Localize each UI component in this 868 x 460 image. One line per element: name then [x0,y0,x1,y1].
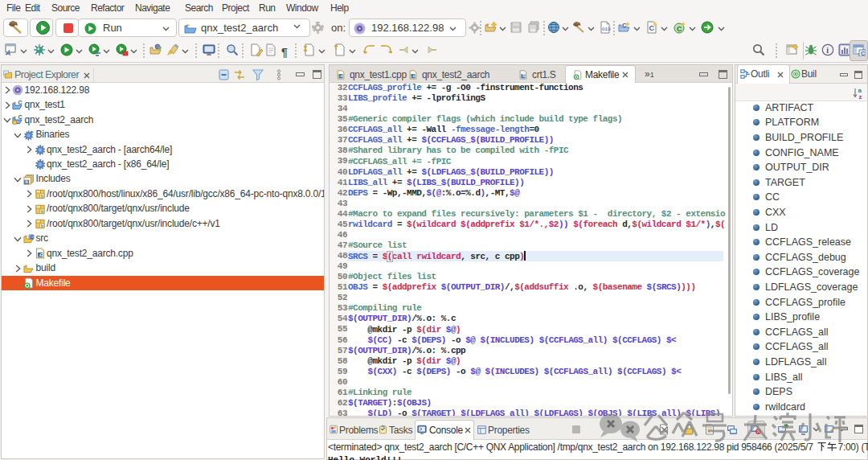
svg-text:C: C [649,24,655,32]
svg-text:.c: .c [411,73,416,78]
svg-text:h: h [41,194,43,199]
svg-text:C: C [677,25,682,33]
svg-text:010: 010 [602,27,611,32]
svg-text:C: C [861,51,865,56]
svg-text:C: C [18,100,22,105]
svg-text:h: h [41,224,43,228]
svg-text:C: C [18,114,22,120]
svg-text:S: S [522,73,526,78]
svg-text:h: h [26,180,28,184]
svg-text:C: C [30,234,33,239]
svg-text:i: i [826,46,829,55]
svg-text:.c: .c [339,73,343,78]
svg-text:.c: .c [39,252,43,257]
svg-text:h: h [41,209,43,214]
svg-text:C: C [622,22,627,29]
svg-text:z: z [859,93,862,100]
